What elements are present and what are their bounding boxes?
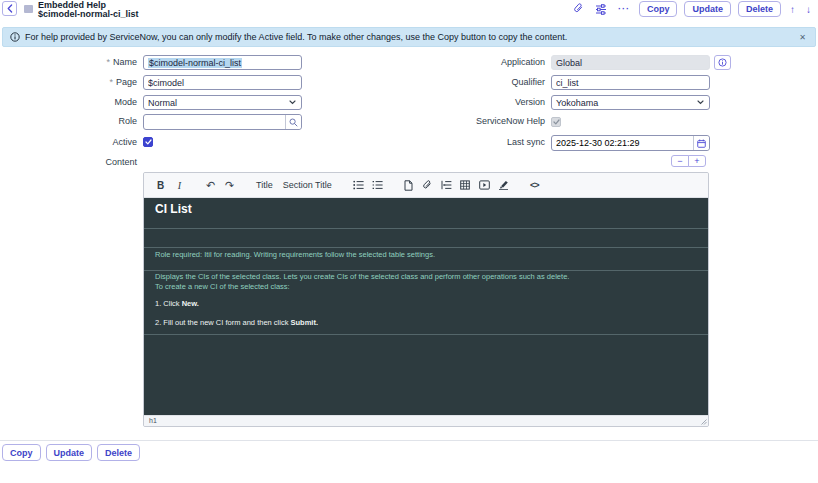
chevron-down-icon <box>289 100 296 105</box>
role-lookup-button[interactable] <box>285 115 301 129</box>
check-icon <box>553 119 560 125</box>
record-subtitle: $cimodel-normal-ci_list <box>38 10 139 19</box>
delete-button-footer[interactable]: Delete <box>97 444 140 461</box>
link-button[interactable] <box>420 177 435 193</box>
search-icon <box>289 118 298 127</box>
down-arrow-icon: ↓ <box>806 4 811 15</box>
minus-icon: − <box>677 156 682 166</box>
numbered-list-button[interactable] <box>370 177 385 193</box>
redo-button[interactable]: ↷ <box>222 177 237 193</box>
copy-button-footer[interactable]: Copy <box>2 444 41 461</box>
highlighter-button[interactable] <box>496 177 511 193</box>
required-asterisk: * <box>106 57 110 67</box>
divider <box>144 334 708 335</box>
version-label: Version <box>408 95 545 110</box>
resize-grip-icon[interactable] <box>701 419 707 425</box>
title-style-button[interactable]: Title <box>253 177 276 193</box>
application-field-readonly: Global <box>551 55 710 70</box>
content-label: Content <box>0 155 137 170</box>
close-icon: ✕ <box>799 33 806 42</box>
bullet-list-button[interactable] <box>351 177 366 193</box>
source-code-button[interactable]: <> <box>527 177 542 193</box>
application-info-button[interactable] <box>714 55 731 70</box>
personalize-form-button[interactable] <box>593 4 609 15</box>
last-sync-label: Last sync <box>408 135 545 150</box>
active-label: Active <box>0 135 137 150</box>
calendar-button[interactable] <box>693 136 709 150</box>
form-context-menu-icon[interactable] <box>24 5 33 13</box>
undo-button[interactable]: ↶ <box>203 177 218 193</box>
header-actions: ··· Copy Update Delete ↑ ↓ <box>571 0 813 18</box>
delete-button-header[interactable]: Delete <box>738 1 781 17</box>
table-button[interactable] <box>458 177 473 193</box>
version-select-value: Yokohama <box>556 98 598 108</box>
servicenow-help-label: ServiceNow Help <box>408 114 545 129</box>
section-title-style-button[interactable]: Section Title <box>280 177 335 193</box>
mode-label: Mode <box>0 95 137 110</box>
servicenow-help-checkbox-disabled <box>551 117 561 127</box>
media-button[interactable] <box>477 177 492 193</box>
update-button-header[interactable]: Update <box>684 1 731 17</box>
qualifier-input[interactable] <box>551 75 710 90</box>
application-label: Application <box>408 55 545 70</box>
role-required-note: Role required: Itil for reading. Writing… <box>155 250 435 259</box>
role-field <box>143 114 302 130</box>
name-input[interactable]: $cimodel-normal-ci_list <box>143 55 302 70</box>
info-banner: For help provided by ServiceNow, you can… <box>2 27 816 47</box>
plus-icon: + <box>694 156 699 166</box>
more-options-icon: ··· <box>618 4 630 14</box>
active-checkbox[interactable] <box>143 137 153 147</box>
indent-icon <box>441 180 452 190</box>
footer-actions: Copy Update Delete <box>2 444 140 461</box>
paperclip-icon <box>573 3 584 15</box>
divider <box>144 247 708 248</box>
bullet-list-icon <box>353 180 364 190</box>
back-button[interactable] <box>2 1 17 16</box>
shrink-editor-button[interactable]: − <box>671 155 689 167</box>
indent-button[interactable] <box>439 177 454 193</box>
table-icon <box>460 180 470 190</box>
bold-button[interactable]: B <box>153 177 168 193</box>
check-icon <box>145 139 152 145</box>
update-button-footer[interactable]: Update <box>46 444 93 461</box>
next-record-button[interactable]: ↓ <box>804 4 813 15</box>
editor-resize-controls: − + <box>671 155 706 167</box>
sliders-icon <box>595 4 607 15</box>
copy-button-header[interactable]: Copy <box>639 1 678 17</box>
info-banner-text: For help provided by ServiceNow, you can… <box>25 32 567 42</box>
page-icon <box>404 180 413 191</box>
content-editor: B I ↶ ↷ Title Section Title <box>143 172 709 427</box>
numbered-list-icon <box>372 180 383 190</box>
application-value: Global <box>556 58 582 68</box>
version-select[interactable]: Yokohama <box>551 95 710 110</box>
mode-select-value: Normal <box>148 98 177 108</box>
italic-button[interactable]: I <box>172 177 187 193</box>
link-icon <box>422 180 432 191</box>
page-input[interactable] <box>143 75 302 90</box>
last-sync-input[interactable] <box>552 136 693 150</box>
page-label: *Page <box>0 75 137 90</box>
previous-record-button[interactable]: ↑ <box>788 4 797 15</box>
attachment-button[interactable] <box>571 3 586 15</box>
required-asterisk: * <box>109 77 113 87</box>
new-page-button[interactable] <box>401 177 416 193</box>
divider <box>144 228 708 229</box>
help-body-line1: Displays the CIs of the selected class. … <box>155 272 569 281</box>
info-circle-icon <box>718 58 727 67</box>
role-label: Role <box>0 114 137 129</box>
embedded-help-form-page: Embedded Help $cimodel-normal-ci_list ··… <box>0 0 818 483</box>
mode-select[interactable]: Normal <box>143 95 302 110</box>
footer-divider <box>0 440 818 441</box>
help-step-2: 2. Fill out the new CI form and then cli… <box>155 318 318 327</box>
editor-canvas[interactable]: CI List Role required: Itil for reading.… <box>144 198 708 415</box>
help-heading: CI List <box>155 202 192 216</box>
role-input[interactable] <box>144 115 285 129</box>
video-icon <box>479 180 490 190</box>
more-options-button[interactable]: ··· <box>616 4 632 14</box>
name-label: *Name <box>0 55 137 70</box>
banner-close-button[interactable]: ✕ <box>799 28 806 46</box>
editor-toolbar: B I ↶ ↷ Title Section Title <box>144 173 708 198</box>
calendar-icon <box>697 139 706 148</box>
chevron-left-icon <box>6 4 14 13</box>
grow-editor-button[interactable]: + <box>688 155 706 167</box>
